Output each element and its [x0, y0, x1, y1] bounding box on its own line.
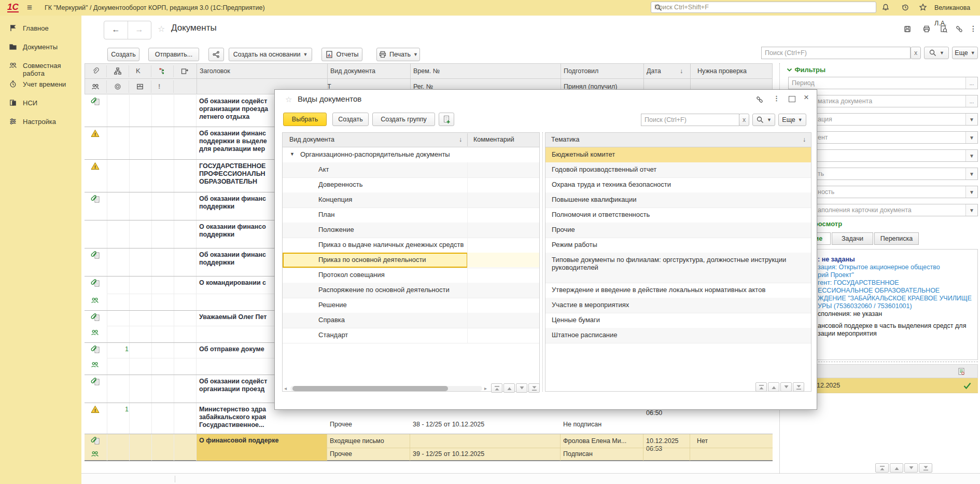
- go-up-button[interactable]: [890, 463, 903, 473]
- people-icon[interactable]: [91, 82, 100, 91]
- toolbar-button-отправить-[interactable]: Отправить...: [148, 48, 199, 61]
- favorite-page-star-icon[interactable]: ☆: [158, 24, 165, 34]
- thematics-item[interactable]: Бюджетный комитет: [545, 147, 811, 163]
- sidebar-item-1[interactable]: Главное: [0, 21, 81, 36]
- sidebar-item-5[interactable]: НСИ: [0, 95, 81, 111]
- tab-2[interactable]: Задачи: [832, 232, 873, 245]
- dialog-button-создать-группу[interactable]: Создать группу: [372, 113, 435, 126]
- target-icon[interactable]: [114, 82, 122, 91]
- column-icon[interactable]: K: [136, 67, 145, 76]
- tree-expand-icon[interactable]: ▼: [290, 151, 295, 157]
- toolbar-button-отчеты[interactable]: Отчеты: [321, 48, 362, 61]
- info-link[interactable]: зация: Открытое акционерное общество: [818, 264, 940, 271]
- route-icon[interactable]: [158, 67, 167, 76]
- left-list-go-last-button[interactable]: [528, 383, 540, 393]
- toolbar-button-share[interactable]: [208, 48, 224, 61]
- forward-icon[interactable]: [180, 67, 189, 76]
- dialog-lists-splitter[interactable]: [542, 132, 543, 392]
- tree-node-item[interactable]: Распоряжение по основной деятельности: [283, 283, 539, 298]
- tree-node-item[interactable]: Концепция: [283, 192, 539, 208]
- hscroll-right-icon[interactable]: ▸: [484, 385, 487, 391]
- hscrollbar-thumb[interactable]: [292, 386, 448, 391]
- column-header-3[interactable]: Врем. №: [413, 67, 440, 75]
- comment-header-label[interactable]: Комментарий: [473, 136, 514, 143]
- thematics-item[interactable]: Повышение квалификации: [545, 192, 811, 208]
- sidebar-item-2[interactable]: Документы: [0, 39, 81, 55]
- right-list-go-first-button[interactable]: [755, 382, 767, 392]
- tree-node-item[interactable]: Справка: [283, 313, 539, 328]
- filter-field-button[interactable]: ▼: [965, 168, 977, 179]
- dialog-more-button[interactable]: Еще▼: [778, 114, 806, 126]
- filter-field-button[interactable]: ▼: [965, 204, 977, 216]
- right-list-go-down-button[interactable]: [780, 382, 792, 392]
- search-clear-button[interactable]: x: [911, 47, 921, 59]
- orgchart-icon[interactable]: [114, 67, 122, 76]
- filter-field-button[interactable]: ▼: [965, 132, 977, 143]
- doc-list-icon[interactable]: [957, 367, 965, 376]
- link-icon[interactable]: [955, 25, 963, 33]
- column-header-5[interactable]: Дата: [647, 67, 661, 75]
- kebab-icon[interactable]: ⋮: [773, 94, 780, 102]
- tree-node-item[interactable]: Приказ о выдаче наличных денежных средст…: [283, 238, 539, 253]
- go-down-button[interactable]: [904, 463, 918, 473]
- dialog-new-doc-button[interactable]: [439, 113, 454, 126]
- thematics-item[interactable]: Штатное расписание: [545, 328, 811, 343]
- history-icon[interactable]: [901, 3, 909, 11]
- toolbar-button-создать-на-основании[interactable]: Создать на основании▼: [229, 48, 312, 61]
- column-header-6[interactable]: Нужна проверка: [697, 67, 747, 75]
- toolbar-button-создать[interactable]: Создать: [107, 48, 139, 61]
- filters-heading[interactable]: Фильтры: [786, 66, 848, 75]
- right-list-go-last-button[interactable]: [793, 382, 804, 392]
- left-list-header-label[interactable]: Вид документа: [289, 136, 334, 143]
- info-link[interactable]: ЖДЕНИЕ "ЗАБАЙКАЛЬСКОЕ КРАЕВОЕ УЧИЛИЩЕ: [818, 295, 972, 302]
- favorite-dialog-star-icon[interactable]: ☆: [285, 95, 292, 104]
- archive-icon[interactable]: [136, 82, 145, 91]
- thematics-item[interactable]: Участие в мероприятиях: [545, 298, 811, 313]
- tab-3[interactable]: Переписка: [874, 232, 919, 245]
- filter-field-button[interactable]: ▼: [965, 150, 977, 161]
- dialog-search-input[interactable]: Поиск (Ctrl+F): [641, 114, 739, 126]
- info-link[interactable]: рий Проект": [818, 271, 854, 279]
- main-menu-icon[interactable]: ≡: [27, 3, 32, 13]
- list-search-input[interactable]: Поиск (Ctrl+F): [761, 47, 911, 59]
- print-icon[interactable]: [922, 25, 931, 33]
- tree-node-item[interactable]: Протокол совещания: [283, 268, 539, 283]
- filter-field-button[interactable]: ...: [965, 95, 977, 107]
- filter-field-button[interactable]: ▼: [965, 114, 977, 125]
- tree-node-item[interactable]: Положение: [283, 223, 539, 238]
- global-search-input[interactable]: Поиск Ctrl+Shift+F: [651, 2, 876, 13]
- thematics-item[interactable]: Режим работы: [545, 238, 811, 253]
- bell-icon[interactable]: [881, 3, 890, 11]
- search-options-button[interactable]: ▼: [924, 47, 949, 59]
- tree-node-item[interactable]: Решение: [283, 298, 539, 313]
- dialog-button-создать[interactable]: Создать: [332, 113, 369, 126]
- link-icon[interactable]: [755, 95, 764, 104]
- maximize-icon[interactable]: [789, 96, 795, 102]
- forward-button[interactable]: →: [128, 21, 151, 39]
- right-list-header-label[interactable]: Тематика: [551, 136, 580, 143]
- column-header-2[interactable]: Вид документа: [330, 67, 375, 75]
- close-icon[interactable]: ×: [804, 92, 809, 103]
- more-button[interactable]: Еще▼: [952, 47, 978, 59]
- thematics-item[interactable]: Полномочия и ответственность: [545, 208, 811, 223]
- tree-node-item[interactable]: План: [283, 208, 539, 223]
- go-last-button[interactable]: [919, 463, 932, 473]
- paperclip-icon[interactable]: [91, 67, 100, 76]
- tree-node-item[interactable]: Стандарт: [283, 328, 539, 343]
- back-button[interactable]: ←: [104, 21, 128, 39]
- left-list-go-down-button[interactable]: [516, 383, 527, 393]
- tree-node-item[interactable]: Доверенность: [283, 177, 539, 193]
- favorites-star-icon[interactable]: [919, 3, 927, 11]
- info-link[interactable]: УРЫ (7536032060 / 753601001): [818, 302, 912, 310]
- dialog-search-clear-button[interactable]: x: [739, 114, 749, 126]
- preview-icon[interactable]: [940, 25, 948, 33]
- info-link[interactable]: гент: ГОСУДАРСТВЕННОЕ: [818, 279, 899, 286]
- tree-node-item[interactable]: Акт: [283, 162, 539, 178]
- tree-node-root[interactable]: ▼Организационно-распорядительные докумен…: [283, 147, 539, 163]
- go-first-button[interactable]: [875, 463, 889, 473]
- filter-field-button[interactable]: ...: [965, 77, 977, 89]
- toolbar-button-печать[interactable]: Печать▼: [376, 48, 420, 61]
- left-list-go-first-button[interactable]: [491, 383, 502, 393]
- left-list-go-up-button[interactable]: [503, 383, 515, 393]
- dialog-search-options-button[interactable]: ▼: [752, 114, 775, 126]
